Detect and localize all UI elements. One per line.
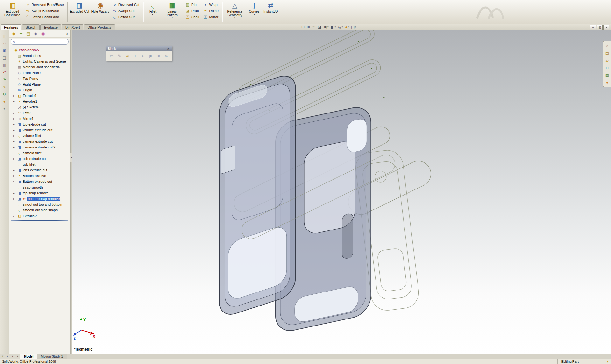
tree-item[interactable]: ▸ ◨ lens extrude cut [9,167,70,173]
draft-button[interactable]: ◢ Draft [184,8,200,13]
tree-item[interactable]: ▸ ⊕ Origin [9,87,70,93]
file-explorer-button[interactable]: ▱ [603,57,611,64]
dropdown-arrow-icon[interactable]: ▾ [234,17,235,19]
dropdown-arrow-icon[interactable]: ▾ [327,26,329,28]
tree-item[interactable]: ▸ ▤ Annotations [9,53,70,58]
shell-button[interactable]: ◰ Shell [184,14,200,19]
command-tab[interactable]: DimXpert [62,24,83,30]
expand-arrow-icon[interactable]: ▸ [13,100,16,103]
expand-arrow-icon[interactable]: ▸ [13,123,16,126]
feature-tree-filter-input[interactable] [17,40,66,44]
mirror-button[interactable]: ◫ Mirror [202,14,220,19]
dimxpertmanager-tab-button[interactable]: ◈ [33,31,38,36]
extruded-boss-button[interactable]: ◧ Extruded Boss/Base [1,1,24,23]
revolved-cut-button[interactable]: ◕ Revolved Cut [111,2,140,7]
zoom-area-button[interactable]: ⊞ [306,24,311,30]
tree-item[interactable]: ▸ ◔ Revolve1 [9,99,70,104]
dropdown-arrow-icon[interactable]: ▾ [342,26,343,28]
document-tab[interactable]: Motion Study 1 [37,354,67,359]
tree-item[interactable]: ▸ ◨ top extrude cut [9,121,70,127]
rib-button[interactable]: ▥ Rib [184,2,200,7]
expand-arrow-icon[interactable]: ▸ [13,129,16,132]
new-document-button[interactable]: ▯ [1,33,8,39]
tree-item[interactable]: ▸ ◟ smooth out side snaps [9,207,70,213]
command-tab[interactable]: Evaluate [40,24,61,30]
linear-pattern-button[interactable]: ▦ Linear Pattern ▾ [161,1,183,23]
make-block-button[interactable]: ▭ [108,52,116,59]
rebuild-block-button[interactable]: ↻ [139,52,147,59]
expand-arrow-icon[interactable]: ▸ [13,169,16,172]
expand-arrow-icon[interactable]: ▸ [13,112,16,114]
explode-block-button[interactable]: ∗ [155,52,162,59]
tabs-overflow-chevron[interactable]: » [66,32,68,36]
hole-wizard-button[interactable]: ◉ Hole Wizard [90,1,110,23]
dropdown-arrow-icon[interactable]: ▾ [172,17,173,19]
tree-item[interactable]: ▸ ◫ Mirror1 [9,116,70,121]
curves-button[interactable]: ∫ Curves ▾ [246,1,263,23]
save-button[interactable]: ▣ [1,47,8,53]
tree-item[interactable]: ▸ ◧ Extrude1 [9,93,70,99]
prev-tab-button[interactable]: ‹ [5,354,10,359]
expand-arrow-icon[interactable]: ▸ [13,94,16,97]
tree-item[interactable]: ▸ ◟ usb fillet [9,161,70,167]
expand-arrow-icon[interactable]: ▸ [13,117,16,120]
phone-case-model-view[interactable] [72,30,611,354]
dropdown-arrow-icon[interactable]: ▾ [355,26,356,28]
tree-item[interactable]: ▸ ◟ volume fillet [9,133,70,139]
belt-chain-button[interactable]: ∞ [163,52,170,59]
lofted-cut-button[interactable]: ◡ Lofted Cut [111,14,140,19]
tree-item[interactable]: ▸ ◆ case-finishv2 [9,47,70,53]
swept-boss-button[interactable]: ∿ Swept Boss/Base [24,8,65,13]
dropdown-arrow-icon[interactable]: ▾ [254,13,255,16]
section-view-button[interactable]: ◪ [317,24,322,30]
tree-item[interactable]: ▸ ◠ Loft9 [9,110,70,116]
rebuild-button[interactable]: ↻ [1,91,8,97]
previous-view-button[interactable]: ↶ [312,24,316,30]
save-block-button[interactable]: ▣ [147,52,155,59]
insert-block-button[interactable]: ▰ [124,52,131,59]
minimize-button[interactable]: – [590,25,596,30]
tree-item[interactable]: ▸ ◨ camera extrude cut [9,139,70,144]
expand-arrow-icon[interactable]: ▸ [13,175,16,177]
command-tab[interactable]: Office Products [84,24,115,30]
expand-arrow-icon[interactable]: ▸ [13,192,16,195]
expand-arrow-icon[interactable]: ▸ [13,197,16,200]
tree-item[interactable]: ▸ ◨ Buttom extrude cut [9,179,70,184]
last-tab-button[interactable]: » [15,354,20,359]
reference-geometry-button[interactable]: △ Reference Geometry ▾ [224,1,246,23]
dropdown-arrow-icon[interactable]: ▾ [348,26,349,28]
expand-arrow-icon[interactable]: ▸ [13,140,16,143]
tree-item[interactable]: ▸ ◔ Bottom revolve [9,173,70,179]
dropdown-arrow-icon[interactable]: ▾ [152,13,153,16]
view-palette-button[interactable]: ▦ [603,72,611,78]
command-tab[interactable]: Sketch [22,24,40,30]
displaymanager-tab-button[interactable]: ◉ [40,31,46,36]
tree-item[interactable]: ▸ ◇ Top Plane [9,76,70,81]
search-button[interactable]: ⊙ [603,65,611,71]
graphics-viewport[interactable]: Blocks × ▭ ✎ ▰ ± ↻ ▣ ∗ ∞ ⌂ ▤ [72,30,611,354]
add-remove-entities-button[interactable]: ± [132,52,139,59]
blocks-toolbar-titlebar[interactable]: Blocks × [106,46,172,51]
instant3d-button[interactable]: ⇄ Instant3D [263,1,279,23]
expand-arrow-icon[interactable]: ▸ [13,215,16,217]
lofted-boss-button[interactable]: ◠ Lofted Boss/Base [24,14,65,19]
hide-show-items-button[interactable]: ◎ ▾ [337,24,343,30]
expand-arrow-icon[interactable]: ▸ [13,134,16,137]
dome-button[interactable]: ◓ Dome [202,8,220,13]
redo-button[interactable]: ↷ [1,77,8,83]
wrap-button[interactable]: ◖ Wrap [202,2,220,7]
close-button[interactable]: × [603,25,609,30]
tree-item[interactable]: ▸ ◨ top snap remove [9,190,70,196]
tree-item[interactable]: ▸ ◨ usb extrude cut [9,156,70,161]
edit-block-button[interactable]: ✎ [116,52,123,59]
design-library-button[interactable]: ▤ [603,50,611,56]
tree-item[interactable]: ▸ ◇ Front Plane [9,70,70,76]
tree-item[interactable]: ▸ ◨ volume extrude cut [9,127,70,133]
first-tab-button[interactable]: « [0,354,5,359]
tree-item[interactable]: ▸ ◟ camera fillet [9,150,70,156]
appearance-button[interactable]: ● [1,99,8,105]
tree-item[interactable]: ▸ ◨ ⊘ bottom snap remove [9,196,70,202]
tree-item[interactable]: ▸ ◟ smoot out top and bottom [9,202,70,207]
expand-arrow-icon[interactable]: ▸ [13,180,16,183]
tree-item[interactable]: ▸ ◨ camera extrude cut 2 [9,144,70,150]
